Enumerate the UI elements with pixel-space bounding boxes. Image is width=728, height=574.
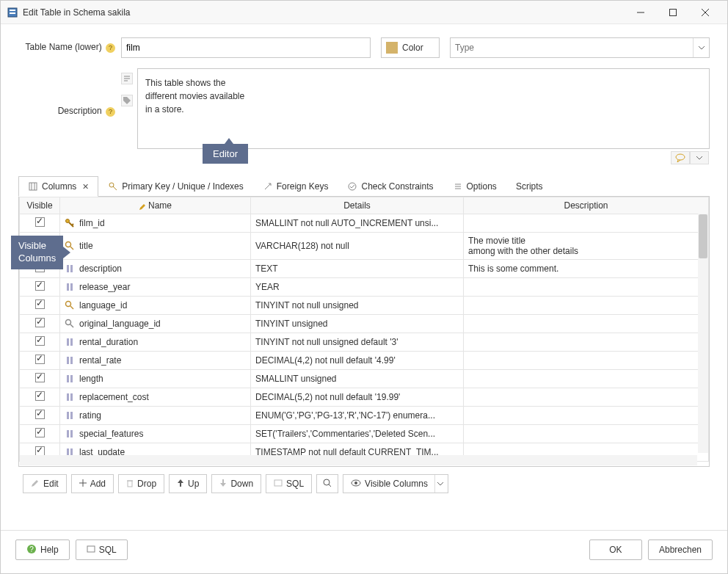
svg-rect-40: [70, 393, 73, 401]
search-button[interactable]: [316, 474, 338, 493]
visible-checkbox[interactable]: [35, 410, 45, 419]
svg-point-20: [66, 219, 70, 223]
tab-columns[interactable]: Columns✕: [18, 176, 98, 197]
svg-line-30: [70, 306, 73, 309]
col-icon: [65, 355, 75, 366]
svg-line-22: [72, 224, 73, 225]
app-icon: [7, 7, 18, 18]
table-row[interactable]: descriptionTEXTThis is some comment.: [20, 260, 709, 278]
table-row[interactable]: film_idSMALLINT not null AUTO_INCREMENT …: [20, 214, 709, 233]
table-row[interactable]: replacement_costDECIMAL(5,2) not null de…: [20, 388, 709, 407]
table-row[interactable]: release_yearYEAR: [20, 278, 709, 297]
help-icon[interactable]: ?: [106, 107, 115, 117]
svg-rect-35: [67, 357, 69, 364]
grid-header-details[interactable]: Details: [251, 197, 464, 214]
help-icon[interactable]: ?: [106, 43, 115, 53]
table-row[interactable]: titleVARCHAR(128) not nullThe movie titl…: [20, 233, 709, 260]
maximize-button[interactable]: [657, 1, 689, 23]
visible-checkbox[interactable]: [35, 299, 45, 309]
pencil-icon: [139, 203, 146, 210]
column-name: special_features: [79, 429, 143, 439]
chevron-down-icon[interactable]: [693, 38, 709, 57]
titlebar: Edit Table in Schema sakila: [1, 1, 727, 24]
visible-checkbox[interactable]: [35, 281, 45, 291]
grid-header-description[interactable]: Description: [464, 197, 709, 214]
column-details: TINYINT unsigned: [255, 319, 328, 329]
visible-checkbox[interactable]: [35, 355, 45, 364]
visible-columns-button[interactable]: Visible Columns: [343, 474, 448, 493]
svg-rect-2: [10, 12, 15, 14]
tab-pk[interactable]: Primary Key / Unique / Indexes: [98, 176, 252, 197]
table-row[interactable]: ratingENUM('G','PG','PG-13','R','NC-17')…: [20, 407, 709, 425]
opts-icon: [453, 181, 463, 192]
table-row[interactable]: rental_rateDECIMAL(4,2) not null default…: [20, 352, 709, 370]
sql-footer-button[interactable]: SQL: [76, 540, 128, 560]
column-details: SMALLINT not null AUTO_INCREMENT unsi...: [255, 218, 438, 228]
text-mode-icon[interactable]: [121, 73, 133, 84]
color-button[interactable]: Color: [381, 37, 440, 58]
minimize-button[interactable]: [625, 1, 657, 23]
visible-checkbox[interactable]: [35, 373, 45, 382]
grid-header-visible[interactable]: Visible: [20, 197, 60, 214]
svg-rect-1: [10, 10, 15, 11]
columns-grid-wrap: Visible Name Details Description film_id…: [18, 197, 710, 467]
dialog-window: Edit Table in Schema sakila Table Name (…: [0, 0, 728, 574]
chevron-down-icon[interactable]: [434, 475, 446, 493]
table-row[interactable]: original_language_idTINYINT unsigned: [20, 315, 709, 333]
visible-checkbox[interactable]: [35, 217, 45, 227]
column-name: original_language_id: [79, 319, 161, 329]
up-button[interactable]: Up: [169, 474, 207, 493]
help-icon: ?: [26, 544, 37, 556]
col-icon: [65, 392, 75, 402]
description-textarea[interactable]: This table shows the different movies av…: [137, 68, 710, 149]
visible-checkbox[interactable]: [35, 391, 45, 401]
col-icon: [65, 264, 75, 274]
type-select[interactable]: [450, 37, 710, 58]
tag-mode-icon[interactable]: [121, 95, 133, 106]
pk-icon: [108, 181, 118, 192]
tab-opts[interactable]: Options: [443, 176, 506, 197]
column-name: length: [79, 374, 103, 384]
pencil-icon: [31, 479, 40, 490]
svg-rect-34: [70, 338, 73, 346]
down-button[interactable]: Down: [211, 474, 261, 493]
svg-rect-25: [67, 265, 69, 272]
visible-checkbox[interactable]: [35, 336, 45, 346]
table-row[interactable]: lengthSMALLINT unsigned: [20, 370, 709, 388]
visible-checkbox[interactable]: [35, 428, 45, 437]
close-icon[interactable]: ✕: [82, 182, 89, 192]
svg-rect-49: [128, 481, 132, 487]
add-button[interactable]: Add: [71, 474, 114, 493]
help-button[interactable]: ? Help: [15, 540, 70, 560]
arrow-up-icon: [177, 479, 184, 489]
speech-icon[interactable]: [671, 151, 690, 164]
visible-checkbox[interactable]: [35, 318, 45, 327]
tab-scripts[interactable]: Scripts: [506, 176, 553, 197]
svg-rect-11: [29, 183, 37, 190]
table-row[interactable]: rental_durationTINYINT not null unsigned…: [20, 333, 709, 352]
tab-chk[interactable]: Check Constraints: [338, 176, 443, 197]
svg-line-24: [70, 247, 73, 250]
close-button[interactable]: [689, 1, 721, 23]
chevron-down-icon[interactable]: [690, 151, 709, 164]
table-row[interactable]: language_idTINYINT not null unsigned: [20, 297, 709, 315]
vertical-scrollbar[interactable]: [698, 214, 708, 453]
table-row[interactable]: special_featuresSET('Trailers','Commenta…: [20, 425, 709, 443]
drop-button[interactable]: Drop: [118, 474, 164, 493]
columns-grid: Visible Name Details Description film_id…: [19, 197, 709, 462]
table-name-input[interactable]: [121, 37, 371, 58]
col-icon: [65, 282, 75, 292]
ok-button[interactable]: OK: [589, 540, 642, 560]
tab-fk[interactable]: Foreign Keys: [253, 176, 338, 197]
col-icon: [65, 337, 75, 347]
cancel-button[interactable]: Abbrechen: [648, 540, 713, 560]
horizontal-scrollbar[interactable]: [20, 455, 697, 465]
sql-icon: [274, 479, 283, 490]
grid-header-name[interactable]: Name: [60, 197, 251, 214]
fk-icon: [263, 181, 273, 192]
type-input[interactable]: [451, 43, 693, 53]
edit-button[interactable]: Edit: [23, 474, 67, 493]
svg-rect-37: [67, 375, 69, 382]
dialog-content: Table Name (lower) ? Color Description ?: [1, 24, 727, 506]
sql-button[interactable]: SQL: [266, 474, 312, 493]
